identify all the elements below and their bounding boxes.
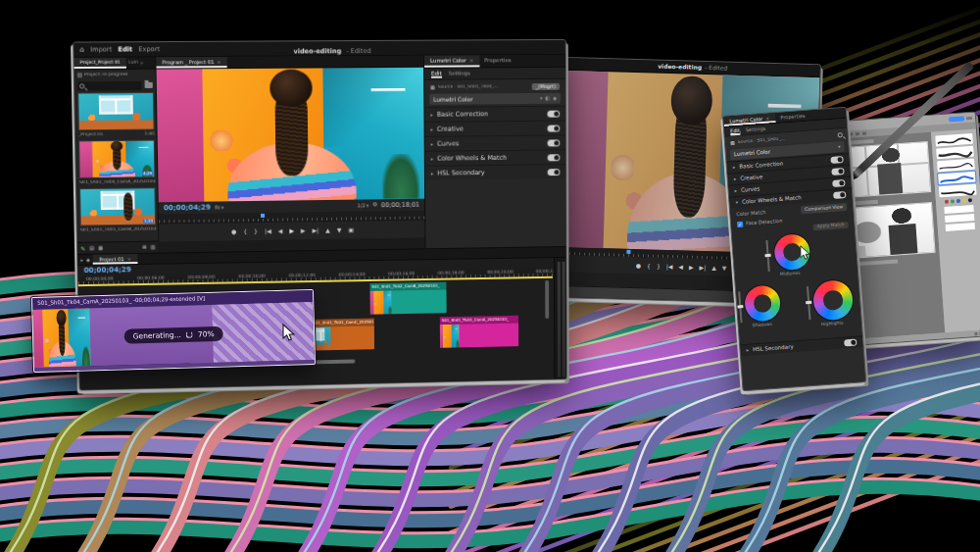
section-hsl-secondary[interactable]: ▸ HSL Secondary <box>425 164 565 180</box>
section-toggle[interactable] <box>547 110 560 117</box>
export-frame-icon[interactable]: ▣ <box>348 227 354 233</box>
thumbnail-view-icon[interactable]: ▦ <box>98 245 103 250</box>
program-monitor-video[interactable] <box>157 68 425 202</box>
mogrt-button[interactable]: _(Mogrt) <box>532 82 560 89</box>
mark-out-icon[interactable]: } <box>254 228 258 234</box>
section-toggle[interactable] <box>831 168 844 176</box>
subtab-edit[interactable]: Edit <box>730 128 740 134</box>
edit-pencil-icon[interactable]: ✎ <box>80 245 85 251</box>
bypass-icon[interactable]: ◉ <box>553 96 557 101</box>
brush-stroke-icon-selected[interactable] <box>938 172 976 185</box>
tab-timeline[interactable]: Project 01 × <box>93 254 137 265</box>
new-bin-icon[interactable] <box>145 82 153 88</box>
play-icon[interactable]: ▶ <box>689 264 694 270</box>
midtones-slider[interactable] <box>765 240 769 272</box>
section-curves[interactable]: ▸ Curves <box>425 134 566 150</box>
section-toggle[interactable] <box>833 191 846 199</box>
subtab-settings[interactable]: Settings <box>746 126 766 132</box>
playhead-marker[interactable] <box>261 214 265 218</box>
menu-edit[interactable]: Edit <box>118 46 132 53</box>
section-basic-correction[interactable]: ▸ Basic Correction <box>424 106 565 122</box>
shadows-wheel[interactable] <box>744 284 782 323</box>
section-toggle[interactable] <box>548 154 561 161</box>
preset-dropdown[interactable]: Lumetri Color ▾ ◧ ◉ <box>429 93 561 105</box>
section-toggle[interactable] <box>548 139 561 146</box>
go-to-out-icon[interactable]: ▶| <box>313 227 319 233</box>
section-color-wheels[interactable]: ▸ Color Wheels & Match <box>425 149 565 166</box>
subtab-edit[interactable]: Edit <box>431 71 442 76</box>
compare-icon[interactable]: ◧ <box>545 96 550 101</box>
section-toggle[interactable] <box>548 125 561 131</box>
layer-item[interactable] <box>946 223 975 231</box>
go-to-in-icon[interactable]: |◀ <box>666 263 673 269</box>
highlights-wheel[interactable] <box>812 279 855 322</box>
color-swatch[interactable] <box>968 198 972 202</box>
close-icon[interactable]: × <box>469 59 474 65</box>
close-icon[interactable]: × <box>217 60 220 65</box>
color-swatch[interactable] <box>945 200 949 204</box>
step-back-icon[interactable]: ◀ <box>278 228 283 234</box>
timeline-clip-generating[interactable]: S01_Sh01_Tk04_CamA_20250103_ -00;00;04;2… <box>31 289 316 373</box>
tab-lumetri-color[interactable]: Lumetri Color × <box>424 55 479 67</box>
playback-resolution-dropdown[interactable]: 1/2 ▾ <box>358 203 369 208</box>
go-to-in-icon[interactable]: |◀ <box>265 228 271 234</box>
brush-stroke-icon[interactable] <box>935 133 973 147</box>
extract-icon[interactable]: ▼ <box>722 265 727 271</box>
vertical-scrollbar[interactable] <box>545 280 549 319</box>
share-button[interactable] <box>949 116 964 122</box>
section-creative[interactable]: ▸ Creative <box>425 121 566 136</box>
layer-item[interactable] <box>944 205 973 214</box>
tab-project[interactable]: Project_Project 01 <box>74 58 126 70</box>
brush-stroke-icon[interactable] <box>936 146 974 160</box>
tool-icon[interactable] <box>856 132 859 135</box>
add-marker-icon[interactable]: ● <box>636 263 641 269</box>
timeline-clip-teal[interactable]: S01_Sh01_Tk02_CamB_20250103_ <box>369 282 446 315</box>
tab-properties[interactable]: Properties <box>775 113 810 121</box>
timeline-clip-magenta[interactable]: S01_Sh01_Tk03_CamA_20250103_ <box>440 316 518 348</box>
menu-import[interactable]: Import <box>90 46 112 53</box>
face-detection-checkbox[interactable]: ✓ <box>737 221 743 226</box>
brush-stroke-icon[interactable] <box>937 159 975 173</box>
mark-in-icon[interactable]: { <box>243 228 247 234</box>
section-toggle[interactable] <box>832 179 845 187</box>
playhead-marker[interactable] <box>626 250 630 254</box>
color-swatch[interactable] <box>951 199 955 203</box>
search-icon[interactable] <box>838 132 843 137</box>
delete-icon[interactable]: ▥ <box>151 245 156 250</box>
section-toggle[interactable] <box>830 156 843 164</box>
timeline-clip-orange[interactable]: S01_Sh01_Tk01_CamC_20250103_ <box>311 319 374 351</box>
section-toggle[interactable] <box>844 339 857 347</box>
window-controls-icon[interactable] <box>966 116 972 119</box>
brush-stroke-icon[interactable] <box>939 184 977 198</box>
settings-wrench-icon[interactable]: ⚙ <box>372 203 377 209</box>
lift-icon[interactable]: ▲ <box>711 265 716 271</box>
razor-tool-icon[interactable]: ◆ <box>86 257 90 262</box>
layer-item[interactable] <box>945 214 974 223</box>
color-swatch[interactable] <box>962 198 966 202</box>
project-item[interactable]: 1;34 S01_Sh01_Tk01_CamB_20250103_ <box>79 187 156 234</box>
track-select-tool-icon[interactable]: ▸ <box>80 257 83 262</box>
search-input[interactable] <box>77 80 142 90</box>
tool-icon[interactable] <box>849 132 853 135</box>
highlights-slider[interactable] <box>807 286 810 320</box>
panel-overflow-icon[interactable]: » <box>140 61 143 66</box>
color-swatch[interactable] <box>956 199 960 203</box>
extract-icon[interactable]: ▼ <box>337 227 342 233</box>
tab-lumetri-scopes[interactable]: Lum <box>126 61 140 66</box>
go-to-out-icon[interactable]: ▶| <box>700 264 707 270</box>
add-marker-icon[interactable]: ● <box>231 228 236 234</box>
comparison-view-button[interactable]: Comparison View <box>801 203 847 214</box>
step-back-icon[interactable]: ◀ <box>678 264 683 270</box>
close-icon[interactable]: × <box>127 257 131 262</box>
shadows-slider[interactable] <box>738 291 742 323</box>
tool-icon[interactable] <box>862 131 866 134</box>
lift-icon[interactable]: ▲ <box>325 227 330 233</box>
zoom-level-dropdown[interactable]: Fit ▾ <box>215 205 224 210</box>
play-icon[interactable]: ▶ <box>289 227 294 233</box>
project-item[interactable]: _Project 01 1:40 <box>77 92 154 138</box>
project-item[interactable]: 4;29 S01_Sh01_Tk04_CamA_20250103_ <box>78 140 155 186</box>
tab-properties[interactable]: Properties <box>479 58 515 64</box>
new-item-icon[interactable]: ⊞ <box>142 245 146 250</box>
step-forward-icon[interactable]: ▶ <box>301 227 306 233</box>
mark-in-icon[interactable]: { <box>647 263 651 269</box>
